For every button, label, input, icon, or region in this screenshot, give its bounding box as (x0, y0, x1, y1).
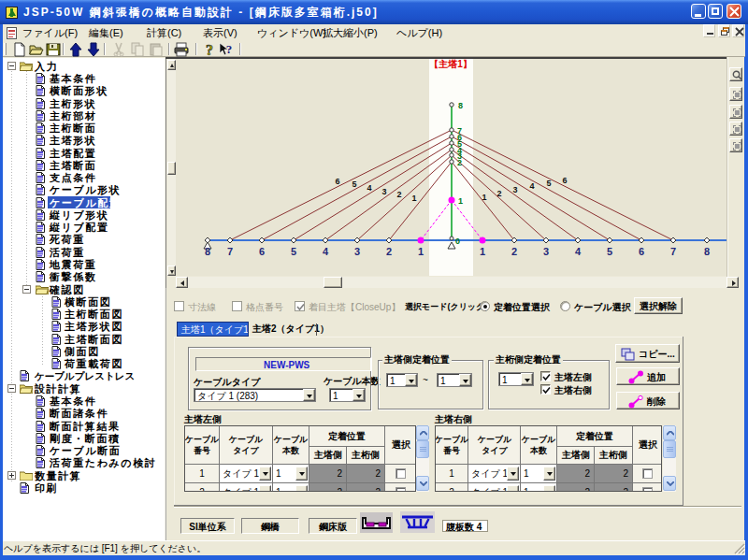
svg-text:7: 7 (670, 246, 676, 257)
svg-text:5: 5 (352, 179, 356, 189)
svg-text:1: 1 (482, 193, 486, 202)
svg-text:?: ? (226, 42, 233, 56)
svg-text:6: 6 (259, 246, 265, 257)
svg-text:1: 1 (458, 196, 463, 206)
svg-text:?: ? (206, 42, 213, 57)
svg-text:4: 4 (575, 246, 582, 257)
svg-text:2: 2 (457, 158, 462, 167)
svg-text:7: 7 (227, 246, 233, 257)
svg-text:3: 3 (512, 185, 517, 194)
svg-text:8: 8 (458, 101, 463, 110)
svg-text:4: 4 (529, 181, 534, 191)
svg-text:3: 3 (543, 246, 549, 257)
svg-text:0: 0 (455, 237, 460, 246)
svg-text:3: 3 (354, 246, 360, 257)
svg-text:5: 5 (546, 179, 551, 188)
svg-text:1: 1 (418, 246, 424, 257)
svg-text:8: 8 (205, 246, 210, 257)
svg-text:5: 5 (607, 246, 612, 257)
svg-text:2: 2 (496, 189, 501, 198)
svg-text:2: 2 (386, 246, 392, 257)
svg-text:6: 6 (562, 176, 567, 185)
svg-text:【主塔1】: 【主塔1】 (429, 59, 472, 69)
svg-text:1: 1 (480, 246, 485, 257)
svg-text:2: 2 (511, 246, 517, 257)
svg-text:6: 6 (639, 246, 644, 257)
svg-text:5: 5 (291, 246, 296, 257)
svg-text:3: 3 (381, 187, 386, 196)
svg-text:6: 6 (335, 177, 339, 186)
svg-text:8: 8 (704, 246, 710, 257)
svg-text:4: 4 (323, 246, 329, 257)
svg-text:1: 1 (411, 194, 416, 203)
svg-text:2: 2 (396, 190, 401, 199)
svg-text:4: 4 (367, 183, 371, 193)
